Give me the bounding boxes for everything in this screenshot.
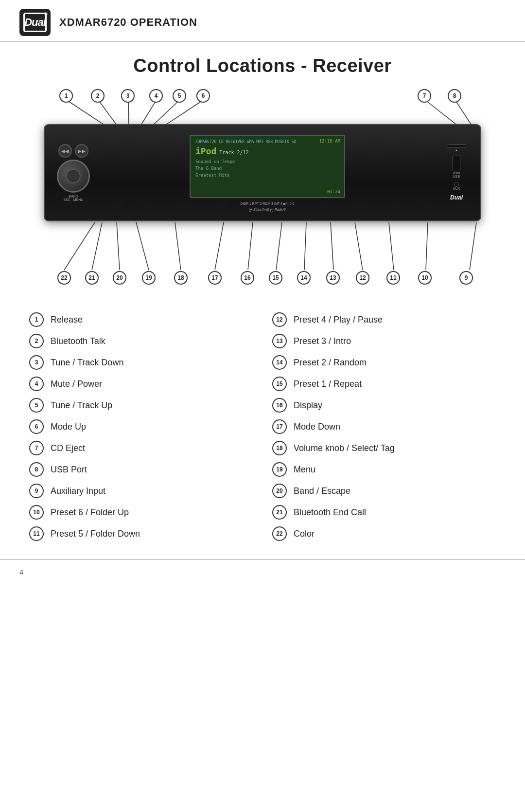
siriusxm-label: ((• SiriusXm)) (•) Radio®	[249, 208, 286, 211]
screen-model: XDMAR6720 CD RECEIVER WMA MP3 RGB MOSFIX…	[195, 140, 339, 144]
svg-line-1	[98, 100, 117, 125]
callout-10-bottom: 10	[418, 271, 432, 285]
list-item: 17Mode Down	[272, 416, 496, 437]
callout-2-top: 2	[91, 89, 105, 103]
callout-22-bottom: 22	[57, 271, 71, 285]
list-item: 6Mode Up	[29, 416, 253, 437]
controls-grid: 1Release2Bluetooth Talk3Tune / Track Dow…	[29, 309, 496, 544]
svg-line-12	[175, 222, 181, 270]
callout-15-bottom: 15	[269, 271, 282, 285]
callout-1-top: 1	[59, 89, 73, 103]
svg-line-3	[141, 100, 157, 125]
list-item: 19Menu	[272, 459, 496, 480]
device-section: 1 2 3 4 5 6 7 8 ◀◀ ▶▶	[0, 85, 525, 294]
callout-14-bottom: 14	[297, 271, 311, 285]
callout-9-bottom: 9	[459, 271, 473, 285]
control-num-5: 5	[29, 398, 44, 413]
control-label-20: Band / Escape	[294, 486, 350, 496]
aux-label: AUX	[453, 187, 460, 190]
control-num-14: 14	[272, 355, 287, 370]
control-label-16: Display	[294, 400, 322, 411]
control-label-1: Release	[51, 315, 83, 325]
control-label-8: USB Port	[51, 465, 87, 475]
cd-slot: ▲	[447, 144, 466, 152]
svg-line-9	[92, 222, 102, 270]
ipod-label: iPodUSB	[453, 171, 460, 178]
ipod-port: iPodUSB	[453, 156, 460, 178]
svg-line-2	[128, 100, 129, 125]
control-label-10: Preset 6 / Folder Up	[51, 507, 129, 518]
list-item: 13Preset 3 / Intro	[272, 330, 496, 352]
control-num-7: 7	[29, 441, 44, 455]
control-num-17: 17	[272, 419, 287, 434]
list-item: 5Tune / Track Up	[29, 395, 253, 416]
control-num-15: 15	[272, 377, 287, 391]
svg-line-5	[165, 100, 204, 125]
control-label-11: Preset 5 / Folder Down	[51, 529, 140, 539]
svg-line-18	[355, 222, 363, 270]
receiver-screen: XDMAR6720 CD RECEIVER WMA MP3 RGB MOSFIX…	[190, 135, 345, 198]
list-item: 15Preset 1 / Repeat	[272, 373, 496, 395]
svg-line-11	[136, 222, 149, 270]
control-label-6: Mode Up	[51, 422, 86, 432]
receiver-device: ◀◀ ▶▶ BANDESC MENU XDMAR6720 CD RECEIVE	[44, 124, 481, 221]
control-num-18: 18	[272, 441, 287, 455]
receiver-center: XDMAR6720 CD RECEIVER WMA MP3 RGB MOSFIX…	[100, 135, 435, 211]
control-num-22: 22	[272, 526, 287, 541]
controls-right-col: 12Preset 4 / Play / Pause13Preset 3 / In…	[272, 309, 496, 544]
screen-list: Souped up Tempo The G Band Greatest Hits	[195, 158, 339, 179]
control-num-20: 20	[272, 484, 287, 498]
control-label-18: Volume knob / Select/ Tag	[294, 443, 395, 453]
svg-line-14	[248, 222, 253, 270]
list-item: 22Color	[272, 523, 496, 544]
control-label-21: Bluetooth End Call	[294, 507, 366, 518]
list-item: 18Volume knob / Select/ Tag	[272, 437, 496, 459]
callout-3-top: 3	[121, 89, 135, 103]
callout-8-top: 8	[448, 89, 461, 103]
screen-clock: 12:18 AM	[319, 139, 340, 144]
page-number: 4	[19, 568, 23, 576]
callout-6-top: 6	[196, 89, 210, 103]
control-label-2: Bluetooth Talk	[51, 336, 105, 346]
control-label-19: Menu	[294, 465, 315, 475]
callout-17-bottom: 17	[208, 271, 222, 285]
band-esc-label: BANDESC MENU	[64, 195, 84, 201]
svg-line-10	[117, 222, 120, 270]
screen-source: iPod	[195, 146, 216, 156]
control-label-7: CD Eject	[51, 443, 85, 453]
list-item: 1Release	[29, 309, 253, 330]
registered-mark: ®	[44, 12, 48, 17]
control-num-1: 1	[29, 312, 44, 327]
screen-track: Track 2/12	[219, 150, 248, 155]
callout-20-bottom: 20	[113, 271, 126, 285]
callout-7-top: 7	[418, 89, 431, 103]
list-item: 4Mute / Power	[29, 373, 253, 395]
control-label-14: Preset 2 / Random	[294, 358, 367, 368]
svg-line-17	[331, 222, 333, 270]
callout-19-bottom: 19	[142, 271, 156, 285]
control-label-9: Auxiliary Input	[51, 486, 105, 496]
control-label-22: Color	[294, 529, 315, 539]
control-label-12: Preset 4 / Play / Pause	[294, 315, 383, 325]
screen-elapsed: 01:24	[327, 189, 340, 194]
list-item: 21Bluetooth End Call	[272, 502, 496, 523]
control-label-5: Tune / Track Up	[51, 400, 112, 411]
control-label-13: Preset 3 / Intro	[294, 336, 351, 346]
control-num-9: 9	[29, 484, 44, 498]
controls-section: 1Release2Bluetooth Talk3Tune / Track Dow…	[0, 294, 525, 559]
control-num-10: 10	[29, 505, 44, 520]
control-num-21: 21	[272, 505, 287, 520]
list-item: 14Preset 2 / Random	[272, 352, 496, 373]
aux-port: AUX	[453, 182, 460, 190]
receiver-right: ▲ iPodUSB AUX Dual	[439, 144, 473, 201]
control-label-3: Tune / Track Down	[51, 358, 123, 368]
callout-11-bottom: 11	[386, 271, 400, 285]
svg-line-4	[153, 100, 180, 125]
svg-line-7	[455, 100, 472, 125]
diagram-area: 1 2 3 4 5 6 7 8 ◀◀ ▶▶	[19, 85, 506, 289]
callout-4-top: 4	[149, 89, 163, 103]
control-num-19: 19	[272, 462, 287, 477]
control-num-16: 16	[272, 398, 287, 413]
svg-line-6	[425, 100, 457, 125]
control-num-4: 4	[29, 377, 44, 391]
